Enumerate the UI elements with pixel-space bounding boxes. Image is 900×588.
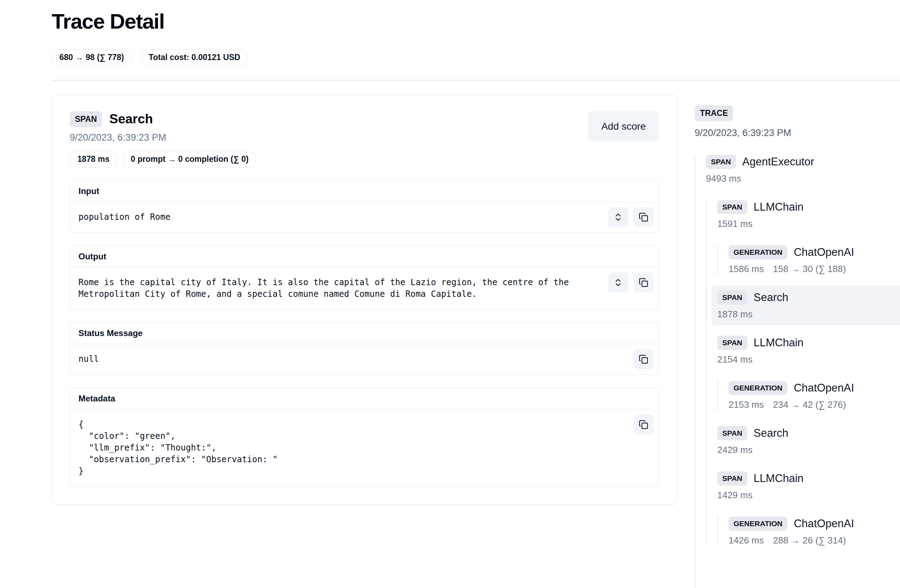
content-area: SPAN Search 9/20/2023, 6:39:23 PM 1878 m… xyxy=(51,95,900,588)
trace-tree-sidebar: TRACE 9/20/2023, 6:39:23 PM SPAN AgentEx… xyxy=(695,95,900,588)
generation-type-badge: GENERATION xyxy=(729,517,787,531)
input-section-label: Input xyxy=(70,181,659,202)
status-message-section: Status Message null xyxy=(70,322,659,375)
span-type-badge: SPAN xyxy=(717,426,747,440)
tree-item-llmchain-3[interactable]: SPAN LLMChain 1429 ms xyxy=(717,471,900,501)
tree-item-row: SPAN LLMChain xyxy=(717,471,900,486)
input-actions xyxy=(608,207,653,227)
tree-level-3: GENERATION ChatOpenAI 1426 ms 288 → 26 (… xyxy=(717,517,900,546)
copy-icon xyxy=(639,420,648,429)
tree-item-row: SPAN AgentExecutor xyxy=(706,155,900,169)
tree-level-2: SPAN LLMChain 1591 ms GENERATION ChatOpe… xyxy=(706,200,900,546)
status-message-content: null xyxy=(79,353,587,365)
card-header: SPAN Search 9/20/2023, 6:39:23 PM 1878 m… xyxy=(70,111,659,167)
header-divider xyxy=(51,80,900,80)
input-copy-button[interactable] xyxy=(633,207,653,227)
tree-item-duration: 9493 ms xyxy=(706,173,741,184)
trace-badge: TRACE xyxy=(695,105,733,121)
tree-item-llmchain-2[interactable]: SPAN LLMChain 2154 ms xyxy=(717,336,900,365)
duration-badge: 1878 ms xyxy=(70,151,117,167)
tree-item-meta: 2153 ms 234 → 42 (∑ 276) xyxy=(729,399,900,410)
tree-item-row: SPAN Search xyxy=(717,426,900,440)
prompt-completion-badge: 0 prompt → 0 completion (∑ 0) xyxy=(123,151,256,167)
tree-level-3: GENERATION ChatOpenAI 2153 ms 234 → 42 (… xyxy=(717,381,900,410)
tree-item-name: Search xyxy=(754,291,788,304)
chevrons-up-down-icon xyxy=(613,212,623,222)
copy-icon xyxy=(639,212,648,222)
metadata-section: Metadata { "color": "green", "llm_prefix… xyxy=(70,388,659,487)
span-type-badge: SPAN xyxy=(706,155,736,169)
span-type-badge: SPAN xyxy=(717,291,747,305)
copy-icon xyxy=(639,278,648,287)
metadata-content: { "color": "green", "llm_prefix": "Thoug… xyxy=(79,419,587,477)
tree-item-meta: 2154 ms xyxy=(717,354,900,365)
tree-item-name: ChatOpenAI xyxy=(794,246,854,258)
page-title: Trace Detail xyxy=(51,0,900,34)
tree-item-tokens: 158 → 30 (∑ 188) xyxy=(773,264,846,275)
tree-item-meta: 1429 ms xyxy=(717,490,900,501)
input-expand-button[interactable] xyxy=(608,207,628,227)
metadata-body: { "color": "green", "llm_prefix": "Thoug… xyxy=(70,410,659,486)
span-type-badge: SPAN xyxy=(717,336,747,350)
tree-item-meta: 1878 ms xyxy=(717,309,900,320)
generation-type-badge: GENERATION xyxy=(729,245,787,259)
tree-item-agentexecutor[interactable]: SPAN AgentExecutor 9493 ms xyxy=(706,155,900,184)
output-section-body: Rome is the capital city of Italy. It is… xyxy=(70,268,659,309)
tree-item-row: SPAN Search xyxy=(717,291,900,305)
tree-item-duration: 1591 ms xyxy=(717,218,753,229)
output-section-label: Output xyxy=(70,246,659,268)
tree-item-search-2[interactable]: SPAN Search 2429 ms xyxy=(717,426,900,455)
tree-item-name: AgentExecutor xyxy=(742,155,814,168)
tree-item-meta: 1591 ms xyxy=(717,218,900,229)
copy-icon xyxy=(639,354,648,364)
tree-item-name: LLMChain xyxy=(754,336,804,349)
tree-item-search-selected[interactable]: SPAN Search 1878 ms xyxy=(712,285,900,325)
tree-item-duration: 2154 ms xyxy=(717,354,753,365)
observation-type-badge: SPAN xyxy=(70,111,102,127)
output-copy-button[interactable] xyxy=(633,272,653,292)
output-expand-button[interactable] xyxy=(608,272,628,292)
tree-item-chatopenai-2[interactable]: GENERATION ChatOpenAI 2153 ms 234 → 42 (… xyxy=(729,381,900,410)
tree-item-row: GENERATION ChatOpenAI xyxy=(729,381,900,395)
tree-item-chatopenai-1[interactable]: GENERATION ChatOpenAI 1586 ms 158 → 30 (… xyxy=(729,245,900,275)
token-usage-badge: 680 → 98 (∑ 778) xyxy=(51,49,132,66)
observation-timestamp: 9/20/2023, 6:39:23 PM xyxy=(70,132,256,143)
metadata-copy-button[interactable] xyxy=(633,415,653,435)
span-type-badge: SPAN xyxy=(717,471,747,486)
tree-item-duration: 1426 ms xyxy=(729,535,764,546)
input-section-body: population of Rome xyxy=(70,202,659,232)
tree-item-meta: 9493 ms xyxy=(706,173,900,184)
tree-item-name: LLMChain xyxy=(754,201,804,214)
tree-item-meta: 1426 ms 288 → 26 (∑ 314) xyxy=(729,535,900,546)
tree-item-row: SPAN LLMChain xyxy=(717,200,900,214)
output-actions xyxy=(608,272,653,292)
input-content: population of Rome xyxy=(79,211,587,223)
tree-item-row: GENERATION ChatOpenAI xyxy=(729,245,900,259)
tree-item-llmchain-1[interactable]: SPAN LLMChain 1591 ms xyxy=(717,200,900,229)
add-score-button[interactable]: Add score xyxy=(588,111,659,142)
tree-item-meta: 2429 ms xyxy=(717,444,900,455)
generation-type-badge: GENERATION xyxy=(729,381,787,395)
tree-level-3: GENERATION ChatOpenAI 1586 ms 158 → 30 (… xyxy=(717,245,900,275)
status-message-label: Status Message xyxy=(70,323,659,344)
card-title-row: SPAN Search xyxy=(70,111,256,127)
trace-summary-badges: 680 → 98 (∑ 778) Total cost: 0.00121 USD xyxy=(51,49,900,66)
trace-timestamp: 9/20/2023, 6:39:23 PM xyxy=(695,128,900,139)
tree-item-row: GENERATION ChatOpenAI xyxy=(729,517,900,531)
observation-title: Search xyxy=(109,111,153,127)
output-section: Output Rome is the capital city of Italy… xyxy=(70,246,659,309)
status-message-actions xyxy=(633,349,653,369)
span-type-badge: SPAN xyxy=(717,200,747,214)
tree-item-chatopenai-3[interactable]: GENERATION ChatOpenAI 1426 ms 288 → 26 (… xyxy=(729,517,900,546)
status-message-body: null xyxy=(70,344,659,374)
tree-item-duration: 1429 ms xyxy=(717,490,753,501)
tree-item-duration: 1586 ms xyxy=(729,264,764,275)
input-section: Input population of Rome xyxy=(70,180,659,233)
tree-item-tokens: 288 → 26 (∑ 314) xyxy=(773,535,846,546)
trace-detail-page: Trace Detail 680 → 98 (∑ 778) Total cost… xyxy=(0,0,900,588)
tree-item-duration: 1878 ms xyxy=(717,309,753,320)
observation-detail-card: SPAN Search 9/20/2023, 6:39:23 PM 1878 m… xyxy=(51,95,677,504)
tree-level-1: SPAN AgentExecutor 9493 ms SPAN LLMChain… xyxy=(695,155,900,588)
status-message-copy-button[interactable] xyxy=(633,349,653,369)
tree-item-tokens: 234 → 42 (∑ 276) xyxy=(773,399,846,410)
